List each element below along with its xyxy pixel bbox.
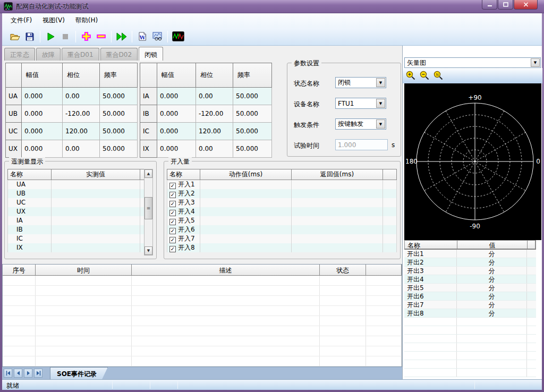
next-page-button[interactable] bbox=[24, 369, 32, 378]
list-item: ✓开入8 bbox=[167, 243, 397, 252]
statusbar-separator bbox=[150, 381, 150, 389]
empty-row bbox=[3, 276, 402, 286]
tab-reclose-d01[interactable]: 重合D01 bbox=[62, 48, 99, 61]
cell-amplitude[interactable]: 0.000 bbox=[22, 105, 63, 123]
cell-amplitude[interactable]: 0.000 bbox=[157, 140, 196, 158]
prev-page-icon bbox=[16, 371, 21, 376]
cell-phase[interactable]: 120.00 bbox=[196, 123, 233, 140]
prev-page-button[interactable] bbox=[14, 369, 22, 378]
list-item: IX bbox=[8, 243, 145, 252]
cell-amplitude[interactable]: 0.000 bbox=[157, 123, 196, 140]
checkbox-checked-icon[interactable]: ✓ bbox=[169, 246, 176, 252]
scroll-up-icon[interactable]: ▲ bbox=[144, 169, 152, 178]
save-button[interactable] bbox=[22, 30, 37, 44]
empty-row bbox=[404, 369, 536, 377]
cell-frequency[interactable]: 50.000 bbox=[100, 88, 138, 105]
close-button[interactable] bbox=[514, 0, 538, 10]
cell-phase[interactable]: 0.00 bbox=[63, 88, 100, 105]
tab-soe-event-log[interactable]: SOE事件记录 bbox=[50, 367, 108, 379]
table-row: UA 0.000 0.00 50.000 bbox=[6, 88, 138, 105]
cell-frequency[interactable]: 50.000 bbox=[100, 105, 138, 123]
checkbox-checked-icon[interactable]: ✓ bbox=[169, 237, 176, 243]
tab-lockout[interactable]: 闭锁 bbox=[139, 47, 163, 61]
cell-phase[interactable]: 0.00 bbox=[196, 88, 233, 105]
col-spacer bbox=[366, 265, 402, 275]
checkbox-checked-icon[interactable]: ✓ bbox=[169, 201, 176, 207]
zoom-out-icon[interactable] bbox=[420, 71, 430, 81]
table-row: UX 0.000 0.00 50.000 bbox=[6, 140, 138, 158]
checkbox-checked-icon[interactable]: ✓ bbox=[169, 192, 176, 198]
cell-amplitude[interactable]: 0.000 bbox=[22, 88, 63, 105]
empty-row bbox=[3, 326, 402, 336]
cell-phase[interactable]: 0.00 bbox=[63, 140, 100, 158]
col-name: 名称 bbox=[167, 169, 200, 180]
list-item: UX bbox=[8, 207, 145, 216]
row-header: IX bbox=[140, 140, 157, 158]
empty-row bbox=[3, 296, 402, 306]
list-item: ✓开入6 bbox=[167, 225, 397, 234]
word-document-icon: W bbox=[138, 32, 147, 41]
scrollbar-thumb[interactable]: ≡ bbox=[144, 197, 152, 219]
empty-row bbox=[404, 318, 536, 326]
tab-reclose-d02[interactable]: 重合D02 bbox=[100, 48, 138, 61]
cell-frequency[interactable]: 50.000 bbox=[100, 123, 138, 140]
do-value: 分 bbox=[457, 284, 527, 292]
col-index: 序号 bbox=[3, 265, 36, 275]
state-name-combo[interactable]: 闭锁 ▼ bbox=[335, 77, 386, 88]
toolbar: W bbox=[2, 28, 542, 46]
cell-phase[interactable]: -120.00 bbox=[63, 105, 100, 123]
cell-amplitude[interactable]: 0.000 bbox=[22, 123, 63, 140]
remove-button[interactable] bbox=[94, 30, 108, 44]
chevron-down-icon[interactable]: ▼ bbox=[376, 78, 385, 87]
menu-help[interactable]: 帮助(H) bbox=[70, 14, 103, 27]
voltage-table: 幅值 相位 频率 UA 0.000 0.00 50.000 UB 0.000 -… bbox=[5, 63, 138, 158]
return-value bbox=[292, 189, 383, 198]
action-value bbox=[200, 243, 292, 252]
checkbox-checked-icon[interactable]: ✓ bbox=[169, 210, 176, 216]
cell-phase[interactable]: 120.00 bbox=[63, 123, 100, 140]
scroll-down-icon[interactable]: ▼ bbox=[144, 246, 152, 255]
telemetry-scrollbar[interactable]: ▲ ≡ ▼ bbox=[144, 169, 153, 255]
title-bar: 配网自动化测试-功能测试 bbox=[0, 0, 544, 13]
checkbox-checked-icon[interactable]: ✓ bbox=[169, 219, 176, 225]
cell-phase[interactable]: -120.00 bbox=[196, 105, 233, 123]
chevron-down-icon[interactable]: ▼ bbox=[376, 120, 385, 129]
cell-frequency[interactable]: 50.000 bbox=[233, 140, 272, 158]
checkbox-checked-icon[interactable]: ✓ bbox=[169, 183, 176, 189]
cell-frequency[interactable]: 50.000 bbox=[100, 140, 138, 158]
menu-file[interactable]: 文件(F) bbox=[5, 14, 37, 27]
device-name-combo[interactable]: FTU1 ▼ bbox=[335, 98, 386, 109]
cell-amplitude[interactable]: 0.000 bbox=[22, 140, 63, 158]
checkbox-checked-icon[interactable]: ✓ bbox=[169, 228, 176, 234]
polar-label-top: +90 bbox=[468, 94, 481, 101]
stop-test-button[interactable] bbox=[58, 30, 73, 44]
add-button[interactable] bbox=[79, 30, 94, 44]
cell-amplitude[interactable]: 0.000 bbox=[157, 88, 196, 105]
first-page-button[interactable] bbox=[4, 369, 12, 378]
trigger-condition-combo[interactable]: 按键触发 ▼ bbox=[335, 118, 386, 130]
list-item: 开出4分 bbox=[404, 275, 536, 284]
tab-fault[interactable]: 故障 bbox=[36, 48, 61, 61]
zoom-reset-icon[interactable]: N bbox=[434, 71, 444, 81]
maximize-button[interactable] bbox=[498, 0, 513, 10]
minimize-button[interactable] bbox=[482, 0, 497, 10]
last-page-button[interactable] bbox=[34, 369, 42, 378]
run-all-button[interactable] bbox=[114, 30, 129, 44]
report-preview-button[interactable] bbox=[150, 30, 165, 44]
menu-view[interactable]: 视图(V) bbox=[37, 14, 70, 27]
open-button[interactable] bbox=[7, 30, 22, 44]
cell-phase[interactable]: 0.00 bbox=[196, 140, 233, 158]
chevron-down-icon[interactable]: ▼ bbox=[376, 99, 385, 108]
view-selector-combo[interactable]: 矢量图 ▼ bbox=[404, 57, 541, 68]
tab-normal-state[interactable]: 正常态 bbox=[4, 48, 35, 61]
test-time-input[interactable] bbox=[335, 139, 388, 150]
word-report-button[interactable]: W bbox=[135, 30, 150, 44]
zoom-in-icon[interactable] bbox=[406, 71, 416, 81]
cell-frequency[interactable]: 50.000 bbox=[233, 105, 272, 123]
cell-frequency[interactable]: 50.000 bbox=[233, 123, 272, 140]
chevron-down-icon[interactable]: ▼ bbox=[531, 58, 540, 67]
cell-frequency[interactable]: 50.000 bbox=[233, 88, 272, 105]
cell-amplitude[interactable]: 0.000 bbox=[157, 105, 196, 123]
start-test-button[interactable] bbox=[43, 30, 58, 44]
waveform-button[interactable] bbox=[171, 30, 185, 44]
